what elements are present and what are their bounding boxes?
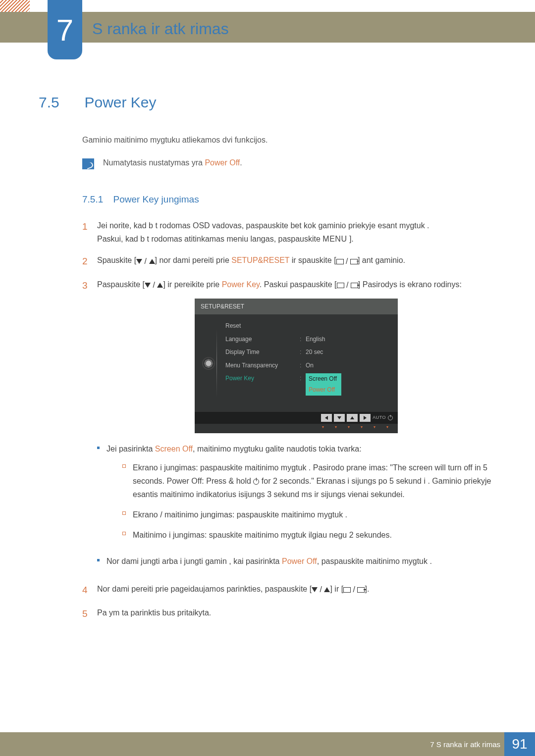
note-icon (82, 158, 94, 169)
intro-text: Gaminio maitinimo mygtuku atliekamos dvi… (82, 136, 495, 145)
osd-row-display-time: Display Time : 20 sec (225, 346, 391, 358)
bullet-icon (97, 447, 100, 449)
subsection-title: Power Key jungimas (113, 194, 199, 205)
step-1: 1 Jei norite, kad b t rodomas OSD vadova… (82, 219, 495, 246)
osd-nav-right-icon (360, 414, 371, 422)
chapter-title: S ranka ir atk rimas (92, 20, 229, 38)
section-title: Power Key (84, 94, 156, 111)
down-up-icon: / (136, 254, 155, 268)
osd-row-language: Language : English (225, 333, 391, 346)
bullet-screen-off: Jei pasirinkta Screen Off, maitinimo myg… (97, 442, 495, 549)
steps-list: 1 Jei norite, kad b t rodomas OSD vadova… (82, 219, 495, 622)
section-number: 7.5 (39, 94, 82, 111)
osd-footer: AUTO (195, 412, 398, 424)
osd-nav-down-icon (334, 414, 345, 422)
page-content: 7.5 Power Key Gaminio maitinimo mygtuku … (39, 94, 495, 630)
enter-icon: / (337, 278, 358, 292)
sub-bullet-3: Maitinimo i jungimas: spauskite maitinim… (122, 528, 495, 542)
footer-text: 7 S ranka ir atk rimas (430, 740, 500, 749)
note-text: Numatytasis nustatymas yra Power Off. (103, 158, 242, 167)
osd-row-transparency: Menu Transparency : On (225, 359, 391, 372)
bullet-list: Jei pasirinkta Screen Off, maitinimo myg… (97, 442, 495, 568)
step-2: 2 Spauskite [ / ] nor dami pereiti prie … (82, 253, 495, 269)
power-icon (253, 479, 259, 485)
osd-nav-up-icon (347, 414, 358, 422)
page-number: 91 (504, 732, 535, 756)
chapter-badge: 7 (48, 0, 82, 59)
enter-icon: / (336, 254, 358, 268)
osd-nav-left-icon (321, 414, 332, 422)
down-up-icon: / (145, 278, 163, 292)
bullet-icon (97, 559, 100, 561)
osd-auto-label: AUTO (373, 414, 386, 421)
subsection-heading: 7.5.1 Power Key jungimas (82, 194, 495, 205)
step-3: 3 Paspauskite [ / ] ir pereikite prie Po… (82, 278, 495, 574)
subsection-number: 7.5.1 (82, 194, 111, 205)
step-5: 5 Pa ym ta parinktis bus pritaikyta. (82, 606, 495, 622)
sub-bullet-1: Ekrano i jungimas: paspauskite maitinimo… (122, 461, 495, 502)
osd-title: SETUP&RESET (195, 299, 398, 314)
osd-icon-column (195, 314, 222, 411)
osd-caret-row: ▾▾▾▾▾▾ (195, 424, 398, 432)
power-icon (388, 415, 393, 420)
down-up-icon: / (312, 583, 330, 596)
osd-row-reset: Reset (225, 319, 391, 332)
step-4: 4 Nor dami pereiti prie pageidaujamos pa… (82, 582, 495, 598)
osd-row-power-key: Power Key : Screen Off Power Off (225, 372, 391, 397)
note-row: Numatytasis nustatymas yra Power Off. (82, 158, 495, 169)
osd-panel: SETUP&RESET Reset Language (195, 299, 398, 433)
chapter-number: 7 (56, 12, 73, 48)
square-bullet-icon (122, 511, 126, 515)
section-heading: 7.5 Power Key (39, 94, 495, 111)
enter-icon: / (343, 583, 365, 596)
footer-bar: 7 S ranka ir atk rimas 91 (0, 732, 535, 756)
square-bullet-icon (122, 464, 126, 468)
bullet-power-off: Nor dami jungti arba i jungti gamin , ka… (97, 554, 495, 568)
gear-icon (203, 358, 214, 369)
square-bullet-icon (122, 532, 126, 535)
sub-bullet-2: Ekrano / maitinimo jungimas: paspauskite… (122, 508, 495, 521)
sub-bullet-list: Ekrano i jungimas: paspauskite maitinimo… (122, 461, 495, 542)
